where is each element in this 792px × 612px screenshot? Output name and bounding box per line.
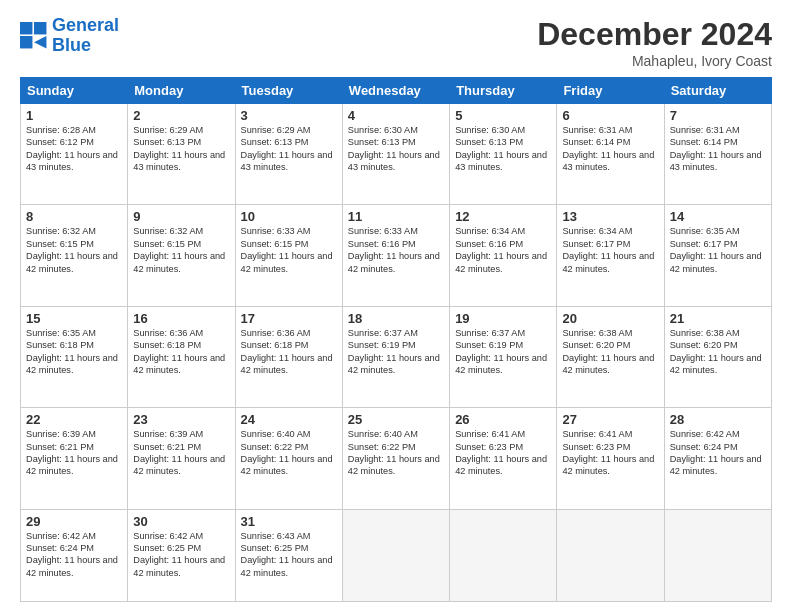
- day-info: Sunrise: 6:39 AM Sunset: 6:21 PM Dayligh…: [26, 428, 122, 478]
- day-number: 10: [241, 209, 337, 224]
- day-info: Sunrise: 6:34 AM Sunset: 6:17 PM Dayligh…: [562, 225, 658, 275]
- day-number: 21: [670, 311, 766, 326]
- table-row: [450, 509, 557, 601]
- day-number: 8: [26, 209, 122, 224]
- daylight-label: Daylight: 11 hours and 42 minutes.: [562, 353, 654, 375]
- table-row: 23 Sunrise: 6:39 AM Sunset: 6:21 PM Dayl…: [128, 408, 235, 509]
- day-info: Sunrise: 6:36 AM Sunset: 6:18 PM Dayligh…: [133, 327, 229, 377]
- header-monday: Monday: [128, 78, 235, 104]
- daylight-label: Daylight: 11 hours and 43 minutes.: [133, 150, 225, 172]
- daylight-label: Daylight: 11 hours and 42 minutes.: [348, 454, 440, 476]
- day-info: Sunrise: 6:33 AM Sunset: 6:15 PM Dayligh…: [241, 225, 337, 275]
- sunrise-label: Sunrise: 6:34 AM: [455, 226, 525, 236]
- day-info: Sunrise: 6:29 AM Sunset: 6:13 PM Dayligh…: [241, 124, 337, 174]
- daylight-label: Daylight: 11 hours and 42 minutes.: [241, 454, 333, 476]
- sunset-label: Sunset: 6:16 PM: [348, 239, 416, 249]
- daylight-label: Daylight: 11 hours and 42 minutes.: [562, 454, 654, 476]
- daylight-label: Daylight: 11 hours and 42 minutes.: [670, 251, 762, 273]
- daylight-label: Daylight: 11 hours and 43 minutes.: [670, 150, 762, 172]
- daylight-label: Daylight: 11 hours and 42 minutes.: [133, 353, 225, 375]
- sunset-label: Sunset: 6:13 PM: [241, 137, 309, 147]
- day-number: 19: [455, 311, 551, 326]
- svg-rect-1: [34, 22, 46, 34]
- sunrise-label: Sunrise: 6:43 AM: [241, 531, 311, 541]
- sunrise-label: Sunrise: 6:35 AM: [26, 328, 96, 338]
- table-row: 14 Sunrise: 6:35 AM Sunset: 6:17 PM Dayl…: [664, 205, 771, 306]
- table-row: 24 Sunrise: 6:40 AM Sunset: 6:22 PM Dayl…: [235, 408, 342, 509]
- daylight-label: Daylight: 11 hours and 42 minutes.: [348, 353, 440, 375]
- sunset-label: Sunset: 6:15 PM: [26, 239, 94, 249]
- sunrise-label: Sunrise: 6:42 AM: [670, 429, 740, 439]
- sunrise-label: Sunrise: 6:31 AM: [562, 125, 632, 135]
- day-number: 12: [455, 209, 551, 224]
- day-info: Sunrise: 6:40 AM Sunset: 6:22 PM Dayligh…: [348, 428, 444, 478]
- svg-rect-2: [20, 36, 32, 48]
- daylight-label: Daylight: 11 hours and 42 minutes.: [348, 251, 440, 273]
- day-number: 29: [26, 514, 122, 529]
- sunrise-label: Sunrise: 6:37 AM: [348, 328, 418, 338]
- day-number: 9: [133, 209, 229, 224]
- sunrise-label: Sunrise: 6:42 AM: [133, 531, 203, 541]
- sunrise-label: Sunrise: 6:41 AM: [455, 429, 525, 439]
- day-info: Sunrise: 6:34 AM Sunset: 6:16 PM Dayligh…: [455, 225, 551, 275]
- logo-general: General: [52, 15, 119, 35]
- day-info: Sunrise: 6:43 AM Sunset: 6:25 PM Dayligh…: [241, 530, 337, 580]
- day-number: 25: [348, 412, 444, 427]
- table-row: 27 Sunrise: 6:41 AM Sunset: 6:23 PM Dayl…: [557, 408, 664, 509]
- sunset-label: Sunset: 6:16 PM: [455, 239, 523, 249]
- sunrise-label: Sunrise: 6:31 AM: [670, 125, 740, 135]
- daylight-label: Daylight: 11 hours and 42 minutes.: [455, 454, 547, 476]
- svg-rect-0: [20, 22, 32, 34]
- day-info: Sunrise: 6:30 AM Sunset: 6:13 PM Dayligh…: [348, 124, 444, 174]
- daylight-label: Daylight: 11 hours and 42 minutes.: [26, 353, 118, 375]
- sunset-label: Sunset: 6:24 PM: [26, 543, 94, 553]
- sunrise-label: Sunrise: 6:40 AM: [241, 429, 311, 439]
- sunset-label: Sunset: 6:19 PM: [455, 340, 523, 350]
- daylight-label: Daylight: 11 hours and 43 minutes.: [562, 150, 654, 172]
- sunrise-label: Sunrise: 6:32 AM: [26, 226, 96, 236]
- day-number: 18: [348, 311, 444, 326]
- sunset-label: Sunset: 6:18 PM: [241, 340, 309, 350]
- sunset-label: Sunset: 6:21 PM: [26, 442, 94, 452]
- daylight-label: Daylight: 11 hours and 43 minutes.: [241, 150, 333, 172]
- sunrise-label: Sunrise: 6:28 AM: [26, 125, 96, 135]
- day-number: 23: [133, 412, 229, 427]
- day-number: 7: [670, 108, 766, 123]
- table-row: 21 Sunrise: 6:38 AM Sunset: 6:20 PM Dayl…: [664, 306, 771, 407]
- table-row: 11 Sunrise: 6:33 AM Sunset: 6:16 PM Dayl…: [342, 205, 449, 306]
- daylight-label: Daylight: 11 hours and 43 minutes.: [26, 150, 118, 172]
- sunrise-label: Sunrise: 6:33 AM: [241, 226, 311, 236]
- daylight-label: Daylight: 11 hours and 42 minutes.: [133, 251, 225, 273]
- sunset-label: Sunset: 6:12 PM: [26, 137, 94, 147]
- sunset-label: Sunset: 6:15 PM: [133, 239, 201, 249]
- sunset-label: Sunset: 6:17 PM: [562, 239, 630, 249]
- table-row: 28 Sunrise: 6:42 AM Sunset: 6:24 PM Dayl…: [664, 408, 771, 509]
- daylight-label: Daylight: 11 hours and 42 minutes.: [26, 251, 118, 273]
- table-row: 13 Sunrise: 6:34 AM Sunset: 6:17 PM Dayl…: [557, 205, 664, 306]
- day-info: Sunrise: 6:35 AM Sunset: 6:17 PM Dayligh…: [670, 225, 766, 275]
- logo-text: General Blue: [52, 16, 119, 56]
- day-number: 13: [562, 209, 658, 224]
- daylight-label: Daylight: 11 hours and 42 minutes.: [241, 251, 333, 273]
- sunset-label: Sunset: 6:25 PM: [133, 543, 201, 553]
- month-title: December 2024: [537, 16, 772, 53]
- sunrise-label: Sunrise: 6:36 AM: [241, 328, 311, 338]
- daylight-label: Daylight: 11 hours and 43 minutes.: [348, 150, 440, 172]
- daylight-label: Daylight: 11 hours and 42 minutes.: [670, 353, 762, 375]
- day-number: 1: [26, 108, 122, 123]
- sunrise-label: Sunrise: 6:37 AM: [455, 328, 525, 338]
- sunrise-label: Sunrise: 6:39 AM: [133, 429, 203, 439]
- table-row: [557, 509, 664, 601]
- day-number: 3: [241, 108, 337, 123]
- logo: General Blue: [20, 16, 119, 56]
- table-row: 6 Sunrise: 6:31 AM Sunset: 6:14 PM Dayli…: [557, 104, 664, 205]
- table-row: 4 Sunrise: 6:30 AM Sunset: 6:13 PM Dayli…: [342, 104, 449, 205]
- sunset-label: Sunset: 6:25 PM: [241, 543, 309, 553]
- day-number: 14: [670, 209, 766, 224]
- header-tuesday: Tuesday: [235, 78, 342, 104]
- table-row: 2 Sunrise: 6:29 AM Sunset: 6:13 PM Dayli…: [128, 104, 235, 205]
- sunrise-label: Sunrise: 6:32 AM: [133, 226, 203, 236]
- table-row: 3 Sunrise: 6:29 AM Sunset: 6:13 PM Dayli…: [235, 104, 342, 205]
- daylight-label: Daylight: 11 hours and 42 minutes.: [241, 353, 333, 375]
- day-number: 22: [26, 412, 122, 427]
